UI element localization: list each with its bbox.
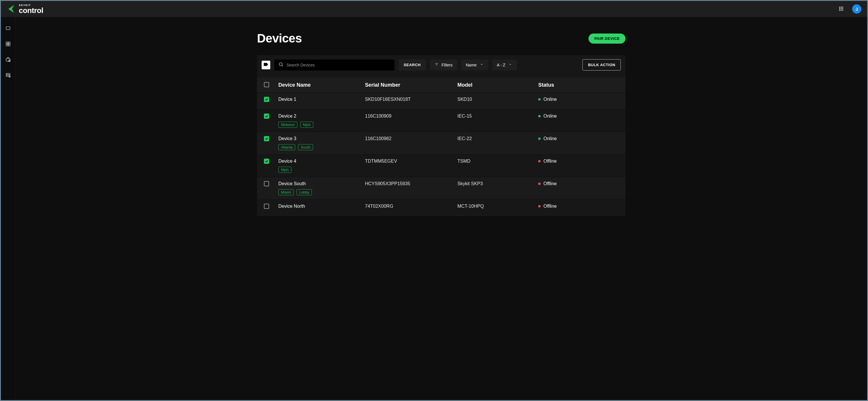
svg-rect-13	[6, 44, 8, 46]
table-row[interactable]: Device 3AtlantaSouth116C100982IEC-22Onli…	[257, 132, 625, 154]
table-row[interactable]: Device 2MidwestMpls116C100909IEC-15Onlin…	[257, 109, 625, 132]
col-header-model: Model	[457, 82, 538, 88]
device-tag[interactable]: Mpls	[300, 122, 313, 128]
select-all-checkbox[interactable]	[264, 82, 269, 87]
devices-table: Device Name Serial Number Model Status D…	[257, 78, 625, 216]
svg-rect-6	[842, 8, 843, 9]
row-checkbox[interactable]	[264, 136, 269, 141]
device-model: TSMD	[457, 159, 538, 164]
svg-marker-0	[8, 5, 14, 13]
sort-order-value: A - Z	[497, 63, 506, 67]
filter-icon	[435, 62, 439, 67]
table-body: Device 1SKD10F16ESXN018TSKD10OnlineDevic…	[257, 92, 625, 216]
filters-button[interactable]: Filters	[430, 59, 457, 70]
sort-field-select[interactable]: Name	[461, 59, 488, 70]
pair-device-button[interactable]: PAIR DEVICE	[588, 33, 625, 44]
device-model: IEC-15	[457, 114, 538, 119]
sidebar	[1, 17, 15, 400]
sidebar-item-grid[interactable]	[3, 39, 13, 49]
status-dot-icon	[538, 205, 540, 207]
device-icon	[5, 26, 11, 32]
row-checkbox[interactable]	[264, 159, 269, 164]
table-row[interactable]: Device 4MplsTDTMM5EGEVTSMDOffline	[257, 154, 625, 177]
app-grid-icon	[839, 6, 844, 12]
brand-name: control	[19, 7, 43, 14]
avatar[interactable]: J	[852, 4, 861, 13]
row-checkbox[interactable]	[264, 114, 269, 119]
device-tags: MiamiLobby	[278, 189, 365, 195]
device-model: Skykit SKP3	[457, 181, 538, 187]
brand-text: SKYKIT control	[19, 4, 43, 14]
status-text: Online	[544, 114, 557, 119]
sort-order-select[interactable]: A - Z	[492, 59, 517, 70]
briefcase-clock-icon	[5, 57, 11, 63]
device-name: Device South	[278, 181, 365, 187]
device-tag[interactable]: Lobby	[297, 189, 312, 195]
svg-rect-1	[839, 7, 840, 7]
grid-icon	[5, 41, 11, 47]
device-status: Offline	[538, 159, 619, 164]
search-icon	[278, 62, 284, 68]
device-status: Online	[538, 136, 619, 141]
device-tag[interactable]: Mpls	[278, 167, 291, 173]
devices-panel: SEARCH Filters Name A - Z	[257, 55, 625, 216]
sidebar-item-schedule[interactable]	[3, 55, 13, 64]
status-dot-icon	[538, 138, 540, 140]
device-tag[interactable]: South	[298, 144, 313, 150]
row-checkbox[interactable]	[264, 97, 269, 102]
main-content: Devices PAIR DEVICE	[15, 17, 867, 400]
app-switcher-button[interactable]	[835, 3, 847, 15]
bulk-action-button[interactable]: BULK ACTION	[582, 59, 621, 70]
device-serial: 116C100909	[365, 114, 457, 119]
device-tag[interactable]: Atlanta	[278, 144, 295, 150]
brand: SKYKIT control	[7, 4, 43, 14]
svg-rect-7	[839, 9, 840, 10]
table-row[interactable]: Device SouthMiamiLobbyHCYS905X3PP15935Sk…	[257, 177, 625, 199]
table-row[interactable]: Device North74T02X00RGMCT-10HPQOffline	[257, 199, 625, 216]
svg-rect-12	[8, 42, 10, 44]
device-name: Device 3	[278, 136, 365, 141]
device-serial: 116C100982	[365, 136, 457, 141]
svg-rect-8	[841, 9, 842, 10]
device-status: Online	[538, 97, 619, 102]
device-name: Device 2	[278, 114, 365, 119]
filters-label: Filters	[441, 63, 453, 67]
svg-point-20	[279, 63, 282, 66]
device-name: Device North	[278, 204, 365, 209]
col-header-name: Device Name	[278, 82, 365, 88]
page-title: Devices	[257, 31, 302, 45]
device-tags: MidwestMpls	[278, 122, 365, 128]
device-tag[interactable]: Miami	[278, 189, 294, 195]
status-text: Offline	[544, 159, 557, 164]
device-serial: SKD10F16ESXN018T	[365, 97, 457, 102]
search-box[interactable]	[274, 59, 395, 70]
device-tags: Mpls	[278, 167, 365, 173]
svg-rect-4	[839, 8, 840, 9]
device-name: Device 4	[278, 159, 365, 164]
device-tag[interactable]: Midwest	[278, 122, 298, 128]
device-name: Device 1	[278, 97, 365, 102]
status-text: Offline	[544, 204, 557, 209]
sidebar-item-storage[interactable]	[3, 71, 13, 80]
row-checkbox[interactable]	[264, 181, 269, 187]
app-header: SKYKIT control J	[1, 1, 867, 17]
panel-toolbar: SEARCH Filters Name A - Z	[257, 55, 625, 75]
device-tags: AtlantaSouth	[278, 144, 365, 150]
status-dot-icon	[538, 98, 540, 101]
svg-rect-2	[841, 7, 842, 7]
sort-field-value: Name	[466, 63, 476, 67]
row-checkbox[interactable]	[264, 204, 269, 209]
device-serial: HCYS905X3PP15935	[365, 181, 457, 187]
search-button[interactable]: SEARCH	[399, 59, 426, 70]
status-text: Online	[544, 136, 557, 141]
chevron-down-icon	[479, 62, 484, 67]
search-input[interactable]	[286, 63, 391, 67]
col-header-serial: Serial Number	[365, 82, 457, 88]
device-status: Offline	[538, 181, 619, 187]
tag-filter-toggle[interactable]	[261, 61, 270, 69]
sidebar-item-devices[interactable]	[3, 24, 13, 33]
status-text: Online	[544, 97, 557, 102]
status-dot-icon	[538, 115, 540, 117]
table-row[interactable]: Device 1SKD10F16ESXN018TSKD10Online	[257, 92, 625, 109]
table-header-row: Device Name Serial Number Model Status	[257, 78, 625, 92]
